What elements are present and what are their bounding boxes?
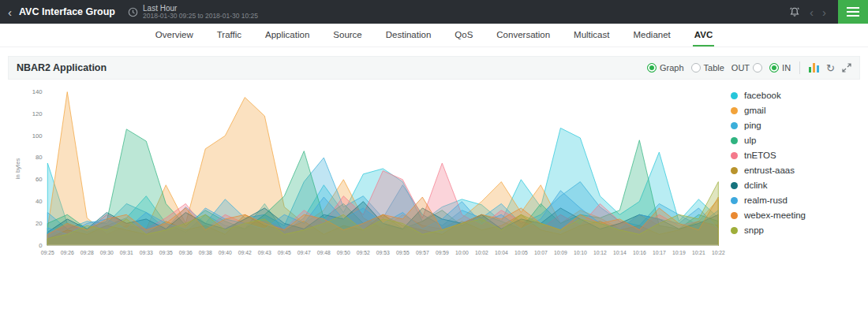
next-button[interactable]: › <box>822 6 826 18</box>
tab-qos[interactable]: QoS <box>453 24 474 47</box>
legend-item[interactable]: snpp <box>731 225 855 235</box>
table-toggle[interactable]: Table <box>691 63 724 73</box>
tab-source[interactable]: Source <box>331 24 363 47</box>
legend-label: dclink <box>744 181 767 190</box>
tab-conversation[interactable]: Conversation <box>495 24 552 47</box>
table-radio[interactable] <box>691 63 701 73</box>
svg-text:09:45: 09:45 <box>278 250 291 255</box>
svg-text:60: 60 <box>36 176 43 183</box>
legend-dot <box>731 137 738 144</box>
svg-text:10:02: 10:02 <box>475 250 488 255</box>
svg-text:09:57: 09:57 <box>416 250 429 255</box>
legend-dot <box>731 152 738 159</box>
chart-legend: facebookgmailpingulptnETOSentrust-aaasdc… <box>726 83 859 266</box>
legend-item[interactable]: gmail <box>731 106 855 115</box>
expand-icon[interactable] <box>842 63 851 73</box>
legend-label: tnETOS <box>744 151 776 160</box>
panel-header: NBAR2 Application Graph Table OUT IN ↻ <box>8 56 860 80</box>
graph-radio[interactable] <box>647 63 657 73</box>
back-button[interactable]: ‹ <box>8 6 12 18</box>
svg-text:09:36: 09:36 <box>179 250 193 255</box>
svg-text:120: 120 <box>32 110 43 117</box>
top-bar: ‹ AVC Interface Group Last Hour 2018-01-… <box>0 0 868 24</box>
tab-multicast[interactable]: Multicast <box>572 24 611 47</box>
panel-title: NBAR2 Application <box>17 62 107 73</box>
svg-text:10:22: 10:22 <box>712 250 725 255</box>
legend-dot <box>731 167 738 174</box>
svg-text:09:48: 09:48 <box>317 250 331 255</box>
tab-medianet[interactable]: Medianet <box>631 24 672 47</box>
legend-item[interactable]: entrust-aaas <box>731 166 855 175</box>
legend-item[interactable]: facebook <box>731 91 855 100</box>
legend-dot <box>731 197 738 204</box>
legend-label: ping <box>744 121 761 130</box>
in-radio[interactable] <box>769 63 779 73</box>
svg-text:09:52: 09:52 <box>357 250 370 255</box>
svg-text:40: 40 <box>36 198 43 205</box>
legend-dot <box>731 182 738 189</box>
legend-label: entrust-aaas <box>744 166 795 175</box>
bar-chart-icon[interactable] <box>809 63 819 73</box>
time-range-value: 2018-01-30 09:25 to 2018-01-30 10:25 <box>143 13 258 20</box>
legend-item[interactable]: tnETOS <box>731 151 855 160</box>
svg-text:09:31: 09:31 <box>120 250 133 255</box>
svg-text:09:30: 09:30 <box>100 250 114 255</box>
svg-text:09:55: 09:55 <box>396 250 410 255</box>
svg-text:100: 100 <box>32 132 43 140</box>
legend-item[interactable]: dclink <box>731 181 855 190</box>
svg-text:0: 0 <box>39 242 42 249</box>
out-radio[interactable] <box>753 63 762 73</box>
legend-dot <box>731 122 738 129</box>
legend-item[interactable]: ping <box>731 121 855 130</box>
svg-text:09:50: 09:50 <box>337 250 350 255</box>
tab-traffic[interactable]: Traffic <box>215 24 243 47</box>
svg-text:09:42: 09:42 <box>238 250 252 255</box>
legend-item[interactable]: webex-meeting <box>731 210 855 220</box>
legend-label: ulp <box>744 136 756 145</box>
svg-text:09:40: 09:40 <box>219 250 232 255</box>
tab-destination[interactable]: Destination <box>384 24 433 47</box>
graph-toggle[interactable]: Graph <box>647 63 684 73</box>
svg-text:09:33: 09:33 <box>140 250 153 255</box>
area-chart[interactable]: 020406080100120140in bytes09:2509:2609:2… <box>11 83 726 266</box>
svg-text:10:05: 10:05 <box>514 250 528 255</box>
menu-button[interactable] <box>838 0 868 24</box>
svg-text:09:25: 09:25 <box>41 250 54 255</box>
out-label: OUT <box>731 63 750 73</box>
svg-text:in bytes: in bytes <box>14 158 21 179</box>
legend-item[interactable]: ulp <box>731 136 855 145</box>
svg-text:20: 20 <box>36 220 43 227</box>
refresh-icon[interactable]: ↻ <box>826 63 835 73</box>
svg-text:09:53: 09:53 <box>376 250 390 255</box>
clock-icon <box>128 7 138 17</box>
svg-text:10:21: 10:21 <box>692 250 705 255</box>
alarm-icon[interactable] <box>788 6 801 18</box>
prev-button[interactable]: ‹ <box>810 6 814 18</box>
tab-application[interactable]: Application <box>264 24 311 47</box>
legend-dot <box>731 92 738 99</box>
svg-text:10:00: 10:00 <box>455 250 469 255</box>
legend-label: realm-rusd <box>744 195 788 205</box>
svg-text:140: 140 <box>32 88 43 95</box>
out-toggle[interactable]: OUT <box>731 63 762 73</box>
svg-text:09:28: 09:28 <box>80 250 94 255</box>
time-range-selector[interactable]: Last Hour 2018-01-30 09:25 to 2018-01-30… <box>143 4 258 20</box>
legend-label: gmail <box>744 106 765 115</box>
tab-overview[interactable]: Overview <box>154 24 195 47</box>
svg-text:09:59: 09:59 <box>436 250 449 255</box>
svg-text:09:35: 09:35 <box>159 250 173 255</box>
svg-text:09:26: 09:26 <box>61 250 74 255</box>
tab-avc[interactable]: AVC <box>693 24 714 47</box>
in-toggle[interactable]: IN <box>769 63 791 73</box>
legend-dot <box>731 227 738 234</box>
svg-text:09:47: 09:47 <box>297 250 311 255</box>
svg-text:10:16: 10:16 <box>633 250 646 255</box>
svg-text:10:12: 10:12 <box>593 250 607 255</box>
legend-item[interactable]: realm-rusd <box>731 195 855 205</box>
svg-text:09:38: 09:38 <box>199 250 212 255</box>
chart-svg[interactable]: 020406080100120140in bytes09:2509:2609:2… <box>11 83 726 266</box>
in-label: IN <box>782 63 791 73</box>
page-title: AVC Interface Group <box>19 6 115 17</box>
legend-dot <box>731 107 738 114</box>
legend-dot <box>731 212 738 219</box>
